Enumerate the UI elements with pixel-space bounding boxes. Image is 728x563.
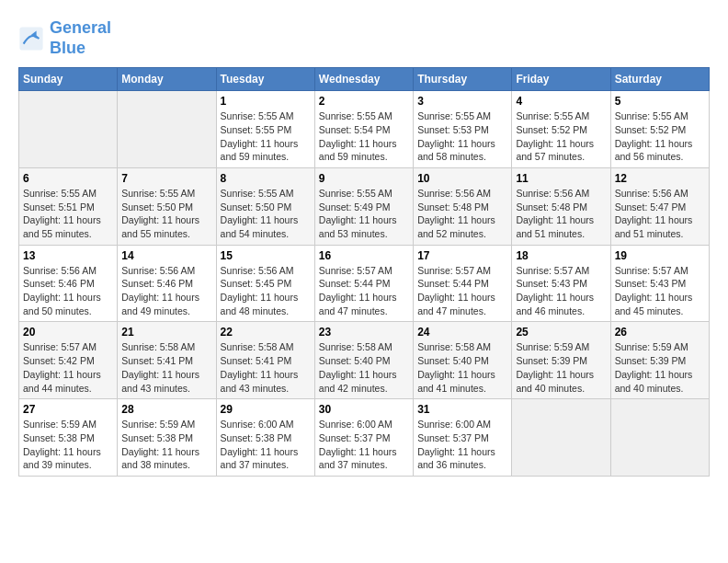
day-info: Sunrise: 6:00 AM Sunset: 5:38 PM Dayligh… — [221, 418, 311, 472]
day-cell: 2Sunrise: 5:55 AM Sunset: 5:54 PM Daylig… — [314, 91, 413, 168]
day-cell: 6Sunrise: 5:55 AM Sunset: 5:51 PM Daylig… — [19, 167, 118, 245]
day-number: 20 — [23, 326, 113, 339]
day-number: 6 — [23, 172, 113, 185]
day-number: 21 — [121, 326, 211, 339]
week-row-1: 1Sunrise: 5:55 AM Sunset: 5:55 PM Daylig… — [19, 91, 710, 168]
week-row-2: 6Sunrise: 5:55 AM Sunset: 5:51 PM Daylig… — [19, 167, 710, 245]
day-cell: 31Sunrise: 6:00 AM Sunset: 5:37 PM Dayli… — [414, 399, 512, 477]
week-row-4: 20Sunrise: 5:57 AM Sunset: 5:42 PM Dayli… — [19, 322, 710, 399]
days-of-week-row: SundayMondayTuesdayWednesdayThursdayFrid… — [19, 68, 710, 91]
day-cell: 17Sunrise: 5:57 AM Sunset: 5:44 PM Dayli… — [414, 245, 512, 322]
svg-rect-0 — [19, 27, 42, 50]
day-number: 3 — [417, 95, 507, 108]
day-info: Sunrise: 5:55 AM Sunset: 5:49 PM Dayligh… — [319, 187, 409, 241]
day-number: 22 — [221, 326, 311, 339]
week-row-3: 13Sunrise: 5:56 AM Sunset: 5:46 PM Dayli… — [19, 245, 710, 322]
day-number: 11 — [516, 172, 606, 185]
day-cell: 21Sunrise: 5:58 AM Sunset: 5:41 PM Dayli… — [118, 322, 216, 399]
day-cell: 8Sunrise: 5:55 AM Sunset: 5:50 PM Daylig… — [216, 167, 314, 245]
day-info: Sunrise: 5:56 AM Sunset: 5:48 PM Dayligh… — [417, 187, 507, 241]
day-number: 31 — [417, 403, 507, 416]
day-info: Sunrise: 5:57 AM Sunset: 5:43 PM Dayligh… — [615, 264, 705, 318]
day-cell: 15Sunrise: 5:56 AM Sunset: 5:45 PM Dayli… — [216, 245, 314, 322]
day-info: Sunrise: 5:56 AM Sunset: 5:46 PM Dayligh… — [23, 264, 113, 318]
day-cell — [610, 399, 709, 477]
day-number: 9 — [319, 172, 409, 185]
day-cell: 25Sunrise: 5:59 AM Sunset: 5:39 PM Dayli… — [512, 322, 610, 399]
day-info: Sunrise: 5:59 AM Sunset: 5:39 PM Dayligh… — [615, 340, 705, 395]
day-info: Sunrise: 5:59 AM Sunset: 5:38 PM Dayligh… — [121, 418, 211, 472]
day-number: 7 — [121, 172, 211, 185]
day-number: 13 — [23, 249, 113, 262]
day-info: Sunrise: 5:58 AM Sunset: 5:40 PM Dayligh… — [417, 340, 507, 395]
day-info: Sunrise: 6:00 AM Sunset: 5:37 PM Dayligh… — [417, 418, 507, 472]
day-info: Sunrise: 5:56 AM Sunset: 5:47 PM Dayligh… — [615, 187, 705, 241]
day-info: Sunrise: 5:55 AM Sunset: 5:52 PM Dayligh… — [615, 109, 705, 164]
day-cell: 4Sunrise: 5:55 AM Sunset: 5:52 PM Daylig… — [512, 91, 610, 168]
dow-header-sunday: Sunday — [19, 68, 118, 91]
day-info: Sunrise: 5:56 AM Sunset: 5:45 PM Dayligh… — [221, 264, 311, 318]
day-info: Sunrise: 5:57 AM Sunset: 5:44 PM Dayligh… — [417, 264, 507, 318]
day-cell: 5Sunrise: 5:55 AM Sunset: 5:52 PM Daylig… — [610, 91, 709, 168]
day-cell: 7Sunrise: 5:55 AM Sunset: 5:50 PM Daylig… — [118, 167, 216, 245]
day-cell: 23Sunrise: 5:58 AM Sunset: 5:40 PM Dayli… — [314, 322, 413, 399]
day-cell: 18Sunrise: 5:57 AM Sunset: 5:43 PM Dayli… — [512, 245, 610, 322]
day-number: 19 — [615, 249, 705, 262]
day-info: Sunrise: 5:56 AM Sunset: 5:48 PM Dayligh… — [516, 187, 606, 241]
day-cell: 29Sunrise: 6:00 AM Sunset: 5:38 PM Dayli… — [216, 399, 314, 477]
day-number: 25 — [516, 326, 606, 339]
day-cell: 3Sunrise: 5:55 AM Sunset: 5:53 PM Daylig… — [414, 91, 512, 168]
calendar-table: SundayMondayTuesdayWednesdayThursdayFrid… — [18, 67, 710, 477]
day-number: 2 — [319, 95, 409, 108]
day-number: 17 — [417, 249, 507, 262]
day-info: Sunrise: 5:55 AM Sunset: 5:55 PM Dayligh… — [221, 109, 311, 164]
day-cell: 19Sunrise: 5:57 AM Sunset: 5:43 PM Dayli… — [610, 245, 709, 322]
day-number: 10 — [417, 172, 507, 185]
day-info: Sunrise: 5:55 AM Sunset: 5:54 PM Dayligh… — [319, 109, 409, 164]
day-info: Sunrise: 5:57 AM Sunset: 5:42 PM Dayligh… — [23, 340, 113, 395]
dow-header-monday: Monday — [118, 68, 216, 91]
day-info: Sunrise: 5:57 AM Sunset: 5:43 PM Dayligh… — [516, 264, 606, 318]
day-info: Sunrise: 5:57 AM Sunset: 5:44 PM Dayligh… — [319, 264, 409, 318]
day-info: Sunrise: 5:55 AM Sunset: 5:51 PM Dayligh… — [23, 187, 113, 241]
day-cell: 20Sunrise: 5:57 AM Sunset: 5:42 PM Dayli… — [19, 322, 118, 399]
day-number: 15 — [221, 249, 311, 262]
dow-header-tuesday: Tuesday — [216, 68, 314, 91]
day-number: 12 — [615, 172, 705, 185]
calendar-body: 1Sunrise: 5:55 AM Sunset: 5:55 PM Daylig… — [19, 91, 710, 477]
day-info: Sunrise: 5:55 AM Sunset: 5:50 PM Dayligh… — [121, 187, 211, 241]
week-row-5: 27Sunrise: 5:59 AM Sunset: 5:38 PM Dayli… — [19, 399, 710, 477]
day-number: 16 — [319, 249, 409, 262]
day-number: 18 — [516, 249, 606, 262]
day-cell: 30Sunrise: 6:00 AM Sunset: 5:37 PM Dayli… — [314, 399, 413, 477]
day-number: 4 — [516, 95, 606, 108]
dow-header-saturday: Saturday — [610, 68, 709, 91]
day-number: 30 — [319, 403, 409, 416]
dow-header-wednesday: Wednesday — [314, 68, 413, 91]
day-cell: 27Sunrise: 5:59 AM Sunset: 5:38 PM Dayli… — [19, 399, 118, 477]
day-cell: 26Sunrise: 5:59 AM Sunset: 5:39 PM Dayli… — [610, 322, 709, 399]
day-number: 26 — [615, 326, 705, 339]
day-info: Sunrise: 5:58 AM Sunset: 5:40 PM Dayligh… — [319, 340, 409, 395]
day-info: Sunrise: 5:55 AM Sunset: 5:50 PM Dayligh… — [221, 187, 311, 241]
day-number: 5 — [615, 95, 705, 108]
day-cell: 16Sunrise: 5:57 AM Sunset: 5:44 PM Dayli… — [314, 245, 413, 322]
dow-header-friday: Friday — [512, 68, 610, 91]
logo: General Blue — [18, 18, 111, 58]
day-info: Sunrise: 6:00 AM Sunset: 5:37 PM Dayligh… — [319, 418, 409, 472]
day-number: 24 — [417, 326, 507, 339]
day-number: 8 — [221, 172, 311, 185]
dow-header-thursday: Thursday — [414, 68, 512, 91]
day-number: 23 — [319, 326, 409, 339]
day-cell — [512, 399, 610, 477]
page-header: General Blue — [18, 18, 710, 58]
day-cell: 10Sunrise: 5:56 AM Sunset: 5:48 PM Dayli… — [414, 167, 512, 245]
day-number: 1 — [221, 95, 311, 108]
day-info: Sunrise: 5:59 AM Sunset: 5:38 PM Dayligh… — [23, 418, 113, 472]
day-info: Sunrise: 5:59 AM Sunset: 5:39 PM Dayligh… — [516, 340, 606, 395]
day-info: Sunrise: 5:58 AM Sunset: 5:41 PM Dayligh… — [221, 340, 311, 395]
day-number: 14 — [121, 249, 211, 262]
day-cell: 1Sunrise: 5:55 AM Sunset: 5:55 PM Daylig… — [216, 91, 314, 168]
day-number: 28 — [121, 403, 211, 416]
day-info: Sunrise: 5:56 AM Sunset: 5:46 PM Dayligh… — [121, 264, 211, 318]
